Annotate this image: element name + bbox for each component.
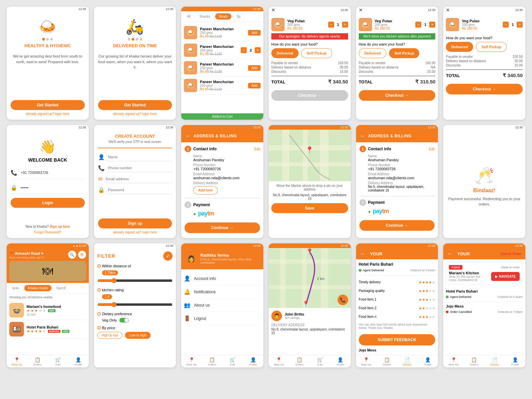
tab-nearme-orders[interactable]: 📍Near me bbox=[443, 357, 464, 366]
tab-nearme-profile[interactable]: 📍Near me bbox=[181, 357, 202, 366]
tab-sp[interactable]: Sp bbox=[233, 13, 244, 20]
status-bar-1: 12:30 bbox=[7, 7, 89, 11]
password-signup-input[interactable] bbox=[107, 186, 172, 194]
veg-toggle[interactable] bbox=[119, 318, 129, 323]
section-num-1b: 1 bbox=[359, 146, 366, 152]
filter-icon-btn[interactable]: ⚙ bbox=[78, 251, 86, 259]
tab-profile-orders[interactable]: 👤Profile bbox=[505, 357, 525, 366]
search-icon-btn[interactable]: 🔍 bbox=[68, 251, 76, 259]
distance-radio[interactable] bbox=[97, 264, 101, 268]
back-arrow-11[interactable]: ← bbox=[360, 133, 366, 139]
distance-slider[interactable] bbox=[97, 278, 173, 283]
rating-slider[interactable] bbox=[97, 302, 173, 307]
add-btn-4[interactable]: Add bbox=[248, 83, 261, 88]
delivered-btn-2[interactable]: Delivered bbox=[359, 48, 387, 58]
menu-about[interactable]: 👥 About us bbox=[184, 299, 261, 312]
tab-orders-home[interactable]: 📋Orders bbox=[27, 357, 48, 366]
email-input[interactable] bbox=[104, 175, 172, 183]
cart-qty-plus-2[interactable]: + bbox=[429, 22, 435, 28]
tab-profile-feedback[interactable]: 👤Profile bbox=[418, 357, 438, 366]
close-icon-5[interactable]: ✕ bbox=[359, 7, 363, 13]
status-dot-red-3 bbox=[446, 311, 449, 313]
qty-minus-2[interactable]: − bbox=[241, 47, 247, 53]
name-input[interactable] bbox=[107, 153, 172, 161]
selfpickup-btn-1[interactable]: Self Pickup bbox=[301, 48, 332, 58]
checkout-btn-3[interactable]: Checkout → bbox=[446, 84, 523, 94]
checkout-btn-2[interactable]: Checkout → bbox=[359, 90, 436, 101]
rating-radio[interactable] bbox=[97, 288, 101, 292]
tab-snacks-home[interactable]: acks bbox=[9, 285, 23, 291]
tab-profile-profile[interactable]: 👤Profile bbox=[243, 357, 263, 366]
tab-orders-orders[interactable]: 📋Orders bbox=[464, 357, 484, 366]
cart-qty-minus-3[interactable]: − bbox=[503, 22, 509, 28]
qty-plus-2[interactable]: + bbox=[255, 47, 261, 53]
back-arrow-9[interactable]: ← bbox=[185, 133, 191, 139]
filter-done-btn[interactable]: ✓ bbox=[163, 251, 173, 261]
cart-qty-minus-1[interactable]: − bbox=[328, 22, 334, 28]
low-to-high-btn[interactable]: Low to high bbox=[125, 332, 151, 339]
order-card-1: Failed Made to order Mariam's Kitchen sh… bbox=[446, 262, 523, 285]
continue-btn-b[interactable]: Continue → bbox=[359, 220, 435, 231]
tab-khaika-home[interactable]: Khaika meals bbox=[24, 285, 52, 291]
kitchen-card-1[interactable]: 🍲 Mariam's homefood ★★★★★ VEG 15 min bbox=[9, 301, 86, 320]
tab-orders-tracking[interactable]: 📋Orders bbox=[289, 357, 310, 366]
add-btn-1[interactable]: Add bbox=[248, 30, 261, 36]
menu-logout[interactable]: 🚪 Logout bbox=[184, 312, 261, 325]
price-radio[interactable] bbox=[97, 326, 101, 330]
cancel-order-link[interactable]: Cancel Order bbox=[500, 252, 521, 256]
call-btn[interactable]: 📞 bbox=[337, 295, 348, 305]
cart-qty-minus-2[interactable]: − bbox=[415, 22, 421, 28]
signup-btn[interactable]: Sign up bbox=[98, 218, 172, 228]
tab-orders-profile[interactable]: 📋Orders bbox=[202, 357, 222, 366]
cart-qty-plus-1[interactable]: + bbox=[342, 22, 348, 28]
delivered-btn-1[interactable]: Delivered bbox=[271, 48, 299, 58]
add-btn-3[interactable]: Add bbox=[248, 65, 261, 71]
back-arrow-17[interactable]: ← bbox=[360, 251, 365, 257]
tab-cart-home[interactable]: 🛒Cart bbox=[48, 357, 68, 366]
high-to-low-btn[interactable]: High to low bbox=[97, 332, 122, 339]
selfpickup-btn-2[interactable]: Self Pickup bbox=[389, 48, 419, 58]
diet-radio[interactable] bbox=[97, 312, 101, 316]
tab-details-orders[interactable]: 📄Details bbox=[484, 357, 505, 366]
tab-orders-feedback[interactable]: 📋Orders bbox=[376, 357, 397, 366]
get-started-btn-2[interactable]: Get Started bbox=[98, 100, 172, 110]
login-link-1[interactable]: already signed up? login here bbox=[11, 112, 85, 116]
tab-snacks[interactable]: Snacks bbox=[196, 13, 214, 20]
close-icon-6[interactable]: ✕ bbox=[446, 7, 450, 13]
tab-nearme-feedback[interactable]: 📍Near me bbox=[356, 357, 377, 366]
tab-profile-tracking[interactable]: 👤Profile bbox=[330, 357, 351, 366]
edit-btn[interactable]: Edit bbox=[254, 147, 260, 151]
password-input[interactable] bbox=[19, 184, 85, 192]
tab-profile-home[interactable]: 👤Profile bbox=[68, 357, 89, 366]
login-btn[interactable]: Login bbox=[11, 198, 85, 208]
close-icon-4[interactable]: ✕ bbox=[271, 7, 275, 13]
signup-link[interactable]: Sign up here bbox=[50, 225, 70, 228]
save-btn[interactable]: Save bbox=[271, 203, 348, 213]
login-link-2[interactable]: already signed up? login here bbox=[98, 112, 172, 116]
tab-cart-profile[interactable]: 🛒Cart bbox=[222, 357, 243, 366]
phone-signup-input[interactable] bbox=[107, 164, 172, 172]
tab-meals[interactable]: Meals bbox=[215, 13, 231, 20]
back-arrow-18[interactable]: ← bbox=[447, 251, 453, 257]
already-login-link[interactable]: already signed up? login here bbox=[98, 230, 172, 234]
selfpickup-btn-3[interactable]: Self Pickup bbox=[476, 42, 507, 52]
forgot-password-link[interactable]: Forgot Password? bbox=[11, 230, 85, 234]
kitchen-card-2[interactable]: 🍱 Hotel Paris Buhari ★★★★★ NONVEG VEG bbox=[9, 320, 86, 339]
tab-cart-tracking[interactable]: 🛒Cart bbox=[310, 357, 330, 366]
delivered-btn-3[interactable]: Delivered bbox=[446, 42, 473, 52]
tab-nearme-tracking[interactable]: 📍Near me bbox=[269, 357, 289, 366]
menu-notifications[interactable]: 🔔 Notifications bbox=[184, 285, 261, 299]
cart-qty-plus-3[interactable]: + bbox=[517, 22, 523, 28]
submit-feedback-btn[interactable]: SUBMIT FEEDBACK bbox=[359, 334, 436, 345]
menu-account-info[interactable]: 👤 Account info bbox=[184, 272, 261, 285]
navigate-btn[interactable]: ▶ NAVIGATE bbox=[491, 272, 520, 281]
phone-input[interactable] bbox=[19, 169, 85, 177]
tab-specif-home[interactable]: Specif bbox=[53, 285, 69, 291]
tab-all[interactable]: All bbox=[183, 13, 194, 20]
add-here-btn[interactable]: Add here bbox=[193, 186, 217, 195]
tab-details-feedback[interactable]: 📄Details bbox=[397, 357, 418, 366]
get-started-btn-1[interactable]: Get Started bbox=[11, 100, 85, 110]
tab-nearme-home[interactable]: 📍Near me bbox=[7, 357, 27, 366]
continue-btn-a[interactable]: Continue → bbox=[185, 222, 260, 233]
edit-btn-b[interactable]: Edit bbox=[429, 147, 435, 151]
